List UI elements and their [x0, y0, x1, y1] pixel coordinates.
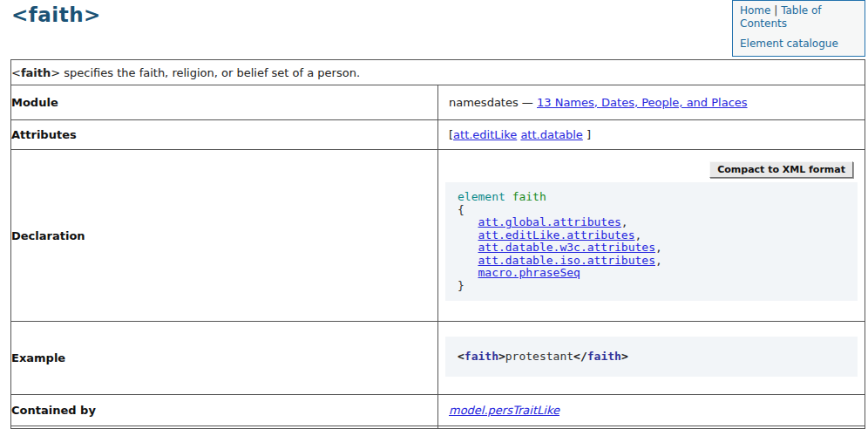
description-tag-name: faith: [21, 66, 51, 79]
declaration-button-row: Compact to XML format: [438, 161, 853, 178]
module-name: namesdates —: [449, 96, 537, 109]
nav-box: Home | Table of Contents Element catalog…: [732, 0, 865, 57]
truncated-next-row: [11, 426, 865, 429]
example-open-angle: <: [458, 350, 465, 363]
example-code: <faith>protestant</faith>: [458, 351, 845, 363]
attributes-close-bracket: ]: [587, 128, 591, 141]
declaration-member-link[interactable]: att.datable.w3c.attributes: [478, 241, 655, 254]
spec-table: <faith> specifies the faith, religion, o…: [10, 59, 865, 429]
declaration-label: Declaration: [11, 150, 438, 322]
attribute-class-link[interactable]: att.datable: [520, 128, 582, 141]
example-start-tag-name: faith: [465, 350, 498, 363]
declaration-code-block: element faith { att.global.attributes, a…: [445, 182, 858, 301]
code-keyword: element: [458, 190, 505, 203]
declaration-content: Compact to XML format element faith { at…: [438, 150, 865, 322]
description-text: > specifies the faith, religion, or beli…: [51, 66, 360, 79]
attributes-value: [att.editLike att.datable ]: [438, 120, 865, 150]
nav-line-1: Home | Table of Contents: [740, 4, 858, 31]
attribute-class-link[interactable]: att.editLike: [453, 128, 517, 141]
contained-by-label: Contained by: [11, 395, 438, 426]
declaration-member-link[interactable]: att.datable.iso.attributes: [478, 254, 655, 267]
declaration-member-link[interactable]: macro.phraseSeq: [478, 266, 580, 279]
example-text-content: protestant: [505, 350, 573, 363]
module-row: Module namesdates — 13 Names, Dates, Peo…: [11, 85, 865, 120]
nav-separator: |: [774, 4, 777, 17]
nav-element-catalogue-link[interactable]: Element catalogue: [740, 37, 838, 50]
element-description: <faith> specifies the faith, religion, o…: [11, 60, 865, 85]
declaration-member-link[interactable]: att.global.attributes: [478, 215, 620, 228]
example-close-angle-1: >: [498, 350, 505, 363]
code-element-name: faith: [512, 190, 546, 203]
contained-by-value: model.persTraitLike: [438, 395, 865, 426]
attributes-label: Attributes: [11, 120, 438, 150]
example-label: Example: [11, 322, 438, 395]
declaration-member-link[interactable]: att.editLike.attributes: [478, 228, 634, 242]
example-close-angle-2: >: [621, 350, 628, 363]
description-open-angle: <: [11, 66, 21, 79]
contained-by-row: Contained by model.persTraitLike: [11, 395, 865, 426]
module-value: namesdates — 13 Names, Dates, People, an…: [438, 85, 865, 120]
attributes-row: Attributes [att.editLike att.datable ]: [11, 120, 865, 150]
page-title: <faith>: [11, 3, 101, 26]
declaration-code: element faith { att.global.attributes, a…: [458, 191, 845, 292]
attributes-links: att.editLike att.datable: [453, 128, 587, 141]
nav-line-2: Element catalogue: [740, 37, 858, 51]
declaration-row: Declaration Compact to XML format elemen…: [11, 150, 865, 322]
example-code-block: <faith>protestant</faith>: [445, 337, 858, 377]
module-chapter-link[interactable]: 13 Names, Dates, People, and Places: [537, 96, 748, 109]
contained-by-model-link[interactable]: model.persTraitLike: [449, 404, 559, 417]
example-row: Example <faith>protestant</faith>: [11, 322, 865, 395]
example-content: <faith>protestant</faith>: [438, 322, 865, 395]
compact-to-xml-button[interactable]: Compact to XML format: [709, 161, 853, 178]
module-label: Module: [11, 85, 438, 120]
description-row: <faith> specifies the faith, religion, o…: [11, 60, 865, 85]
example-end-tag-name: faith: [587, 350, 621, 363]
nav-home-link[interactable]: Home: [740, 4, 770, 17]
example-end-open-angle: </: [573, 350, 587, 363]
